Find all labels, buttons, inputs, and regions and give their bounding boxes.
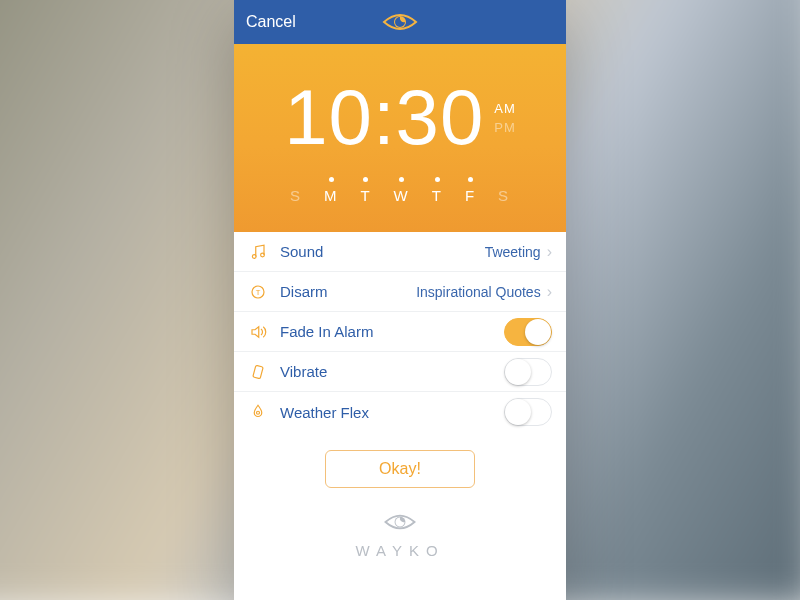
meridiem-am[interactable]: AM [494, 101, 516, 116]
setting-value: Tweeting [485, 244, 541, 260]
vibrate-toggle[interactable] [504, 358, 552, 386]
logo-eye-icon [382, 11, 418, 33]
footer: WAYKO [234, 512, 566, 559]
day-toggle[interactable]: T [432, 177, 443, 204]
time-row: 10:30 AM PM [284, 72, 516, 163]
alarm-time[interactable]: 10:30 [284, 72, 484, 163]
setting-vibrate: Vibrate [234, 352, 566, 392]
day-letter: T [432, 187, 443, 204]
weather-flex-toggle[interactable] [504, 398, 552, 426]
day-active-dot [435, 177, 440, 182]
day-toggle[interactable]: M [324, 177, 339, 204]
day-letter: T [360, 187, 371, 204]
svg-point-2 [261, 253, 265, 257]
okay-button[interactable]: Okay! [325, 450, 475, 488]
phone-frame: Cancel 10:30 AM PM SMTWTFS [234, 0, 566, 600]
setting-label: Weather Flex [280, 404, 369, 421]
navbar: Cancel [234, 0, 566, 44]
day-letter: W [394, 187, 410, 204]
fade-in-toggle[interactable] [504, 318, 552, 346]
disarm-icon: T [246, 280, 270, 304]
meridiem-pm[interactable]: PM [494, 120, 516, 135]
setting-weather-flex: Weather Flex [234, 392, 566, 432]
cancel-label: Cancel [246, 13, 296, 31]
confirm-area: Okay! [234, 432, 566, 498]
setting-label: Vibrate [280, 363, 327, 380]
day-letter: M [324, 187, 339, 204]
footer-eye-icon [383, 512, 417, 536]
day-active-dot [399, 177, 404, 182]
svg-point-1 [252, 254, 256, 258]
day-toggle[interactable]: T [360, 177, 371, 204]
setting-label: Disarm [280, 283, 328, 300]
day-active-dot [363, 177, 368, 182]
day-toggle[interactable]: S [498, 177, 510, 204]
day-picker: SMTWTFS [290, 177, 510, 204]
svg-point-6 [257, 411, 260, 414]
cancel-button[interactable]: Cancel [246, 0, 296, 44]
day-active-dot [468, 177, 473, 182]
setting-fade-in: Fade In Alarm [234, 312, 566, 352]
day-toggle[interactable]: W [394, 177, 410, 204]
setting-label: Sound [280, 243, 323, 260]
day-active-dot [329, 177, 334, 182]
setting-sound[interactable]: Sound Tweeting › [234, 232, 566, 272]
day-toggle[interactable]: F [465, 177, 476, 204]
brand-name: WAYKO [355, 542, 444, 559]
day-letter: F [465, 187, 476, 204]
chevron-right-icon: › [547, 283, 552, 301]
meridiem-picker[interactable]: AM PM [494, 101, 516, 135]
vibrate-icon [246, 360, 270, 384]
alarm-time-panel: 10:30 AM PM SMTWTFS [234, 44, 566, 232]
settings-list: Sound Tweeting › T Disarm Inspirational … [234, 232, 566, 432]
music-note-icon [246, 240, 270, 264]
okay-label: Okay! [379, 460, 421, 478]
svg-rect-5 [253, 365, 263, 379]
chevron-right-icon: › [547, 243, 552, 261]
day-letter: S [498, 187, 510, 204]
weather-icon [246, 400, 270, 424]
day-letter: S [290, 187, 302, 204]
setting-label: Fade In Alarm [280, 323, 373, 340]
volume-icon [246, 320, 270, 344]
day-toggle[interactable]: S [290, 177, 302, 204]
setting-value: Inspirational Quotes [416, 284, 541, 300]
svg-text:T: T [256, 288, 261, 297]
setting-disarm[interactable]: T Disarm Inspirational Quotes › [234, 272, 566, 312]
